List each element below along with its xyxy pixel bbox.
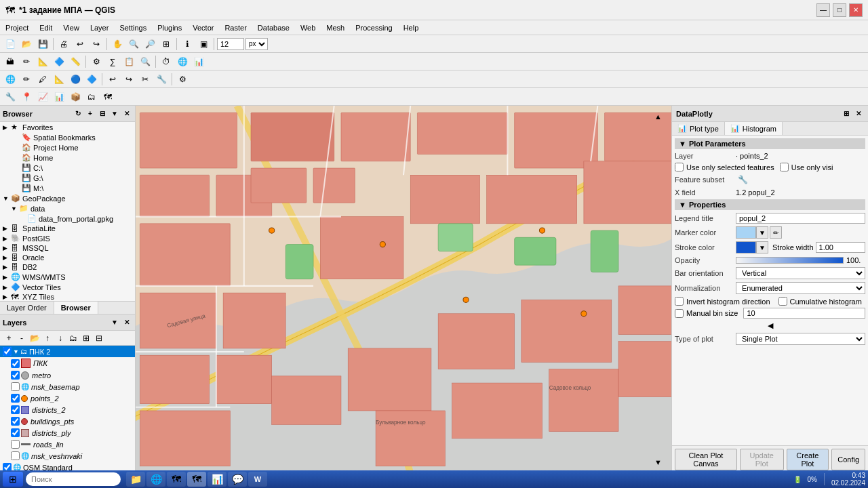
- menu-view[interactable]: View: [58, 22, 85, 33]
- layers-up-btn[interactable]: ↑: [41, 332, 54, 344]
- open-project-btn[interactable]: 📂: [19, 37, 34, 52]
- feature-subset-btn[interactable]: 🔧: [736, 174, 749, 186]
- layer-checkbox-metro[interactable]: [11, 371, 20, 380]
- menu-edit[interactable]: Edit: [34, 22, 58, 33]
- taskbar-app-1[interactable]: 📁: [126, 472, 145, 487]
- tree-item-spatial-bookmarks[interactable]: 🔖 Spatial Bookmarks: [0, 132, 135, 142]
- map-canvas[interactable]: Садовая улица Бульварное кольцо Садовое …: [136, 106, 671, 473]
- menu-settings[interactable]: Settings: [114, 22, 152, 33]
- layer-item-points2[interactable]: points_2: [0, 392, 135, 404]
- taskbar-app-7[interactable]: W: [248, 472, 267, 487]
- tree-item-g[interactable]: 💾 G:\: [0, 173, 135, 183]
- menu-plugins[interactable]: Plugins: [152, 22, 187, 33]
- tb2-btn5[interactable]: 📏: [68, 54, 83, 69]
- tab-plot-type[interactable]: 📊 Plot type: [672, 122, 725, 135]
- layer-checkbox-districts-ply[interactable]: [11, 428, 20, 437]
- tree-item-oracle[interactable]: ▶ 🗄 Oracle: [0, 253, 135, 262]
- create-plot-btn[interactable]: Create Plot: [787, 449, 829, 470]
- plot-parameters-header[interactable]: ▼ Plot Parameters: [675, 138, 865, 149]
- dataplotly-float-icon[interactable]: ⊞: [841, 108, 852, 119]
- use-selected-checkbox[interactable]: [675, 163, 684, 171]
- tb3-btn6[interactable]: 🔷: [84, 72, 99, 87]
- tb2-btn6[interactable]: ⚙: [89, 54, 104, 69]
- layer-item-msk-veshnvaki[interactable]: 🌐 msk_veshnvaki: [0, 450, 135, 462]
- taskbar-app-3[interactable]: 🗺: [167, 472, 186, 487]
- layers-expand-btn[interactable]: ⊞: [80, 332, 92, 344]
- layer-item-buildings-pts[interactable]: buildings_pts: [0, 415, 135, 427]
- tb3-btn3[interactable]: 🖊: [35, 72, 50, 87]
- tb4-btn7[interactable]: 🗺: [100, 89, 115, 104]
- invert-histogram-checkbox[interactable]: [675, 297, 684, 306]
- layer-item-districts2[interactable]: districts_2: [0, 404, 135, 415]
- normalization-select[interactable]: Enumerated Percent Probability: [736, 282, 865, 294]
- menu-vector[interactable]: Vector: [187, 22, 219, 33]
- tb3-btn10[interactable]: 🔧: [154, 72, 169, 87]
- taskbar-search[interactable]: [26, 472, 121, 486]
- tab-browser[interactable]: Browser: [54, 302, 98, 314]
- layer-item-roads-lin[interactable]: roads_lin: [0, 439, 135, 450]
- tb4-btn1[interactable]: 🔧: [3, 89, 18, 104]
- tree-item-project-home[interactable]: 🏠 Project Home: [0, 142, 135, 152]
- stroke-width-input[interactable]: [816, 242, 865, 253]
- menu-layer[interactable]: Layer: [85, 22, 115, 33]
- type-of-plot-select[interactable]: Single Plot Subplots: [736, 333, 865, 345]
- map-scroll-down[interactable]: ▼: [654, 458, 662, 466]
- tab-histogram[interactable]: 📊 Histogram: [725, 122, 783, 135]
- tree-item-m[interactable]: 💾 M:\: [0, 183, 135, 193]
- tb2-btn9[interactable]: 🔍: [138, 54, 153, 69]
- start-button[interactable]: ⊞: [3, 472, 23, 487]
- layer-checkbox-msk-veshnvaki[interactable]: [11, 451, 20, 460]
- tree-item-c[interactable]: 💾 C:\: [0, 163, 135, 173]
- select-btn[interactable]: ▣: [196, 37, 211, 52]
- tb4-btn5[interactable]: 📦: [68, 89, 83, 104]
- layers-group-btn[interactable]: 🗂: [67, 332, 79, 344]
- stroke-color-dropdown[interactable]: ▼: [756, 241, 768, 253]
- tree-item-vector-tiles[interactable]: ▶ 🔷 Vector Tiles: [0, 282, 135, 292]
- tree-item-wms[interactable]: ▶ 🌐 WMS/WMTS: [0, 272, 135, 282]
- print-btn[interactable]: 🖨: [56, 37, 71, 52]
- layer-checkbox-pkk[interactable]: [11, 359, 20, 368]
- layer-checkbox-pnk2[interactable]: [3, 347, 12, 356]
- tree-item-db2[interactable]: ▶ 🗄 DB2: [0, 262, 135, 272]
- layer-checkbox-buildings-pts[interactable]: [11, 417, 20, 426]
- layer-item-pnk2[interactable]: ▼ 🗂 ПНК 2: [0, 346, 135, 357]
- marker-color-swatch[interactable]: [736, 226, 756, 239]
- taskbar-app-6[interactable]: 💬: [228, 472, 247, 487]
- tb3-btn5[interactable]: 🔵: [68, 72, 83, 87]
- tb4-btn2[interactable]: 📍: [19, 89, 34, 104]
- layers-add-btn[interactable]: +: [3, 332, 15, 344]
- tb3-btn7[interactable]: ↩: [105, 72, 120, 87]
- tb2-btn12[interactable]: 📊: [191, 54, 206, 69]
- manual-bin-input[interactable]: [743, 308, 865, 319]
- map-scroll-up[interactable]: ▲: [654, 113, 662, 121]
- tree-item-geopackage[interactable]: ▼ 📦 GeoPackage: [0, 193, 135, 203]
- layer-item-districts-ply[interactable]: districts_ply: [0, 427, 135, 439]
- tb2-btn11[interactable]: 🌐: [175, 54, 190, 69]
- menu-database[interactable]: Database: [252, 22, 295, 33]
- expand-arrow[interactable]: ◀: [675, 321, 865, 330]
- menu-processing[interactable]: Processing: [350, 22, 397, 33]
- layer-item-msk-basemap[interactable]: 🌐 msk_basemap: [0, 381, 135, 392]
- unit-select[interactable]: px: [245, 38, 268, 50]
- layers-collapse-btn[interactable]: ⊟: [93, 332, 105, 344]
- layer-item-pkk[interactable]: ПКК: [0, 357, 135, 369]
- tree-item-postgis[interactable]: ▶ 🐘 PostGIS: [0, 233, 135, 243]
- font-size-input[interactable]: [217, 38, 244, 50]
- opacity-slider[interactable]: [736, 257, 844, 264]
- tb3-btn11[interactable]: ⚙: [175, 72, 190, 87]
- tb2-btn2[interactable]: ✏: [19, 54, 34, 69]
- menu-project[interactable]: Project: [0, 22, 34, 33]
- tb3-btn4[interactable]: 📐: [52, 72, 66, 87]
- tab-layer-order[interactable]: Layer Order: [0, 302, 54, 314]
- browser-refresh-icon[interactable]: ↻: [73, 108, 83, 119]
- tb3-btn1[interactable]: 🌐: [3, 72, 18, 87]
- layers-down-btn[interactable]: ↓: [54, 332, 66, 344]
- tree-item-data-gpkg[interactable]: 📄 data_from_portal.gpkg: [0, 214, 135, 224]
- tb2-btn3[interactable]: 📐: [35, 54, 50, 69]
- tb4-btn4[interactable]: 📊: [52, 89, 66, 104]
- tb2-btn4[interactable]: 🔷: [52, 54, 66, 69]
- layers-close-icon[interactable]: ✕: [121, 317, 132, 328]
- maximize-button[interactable]: □: [833, 3, 846, 17]
- dataplotly-close-icon[interactable]: ✕: [853, 108, 864, 119]
- minimize-button[interactable]: —: [816, 3, 830, 17]
